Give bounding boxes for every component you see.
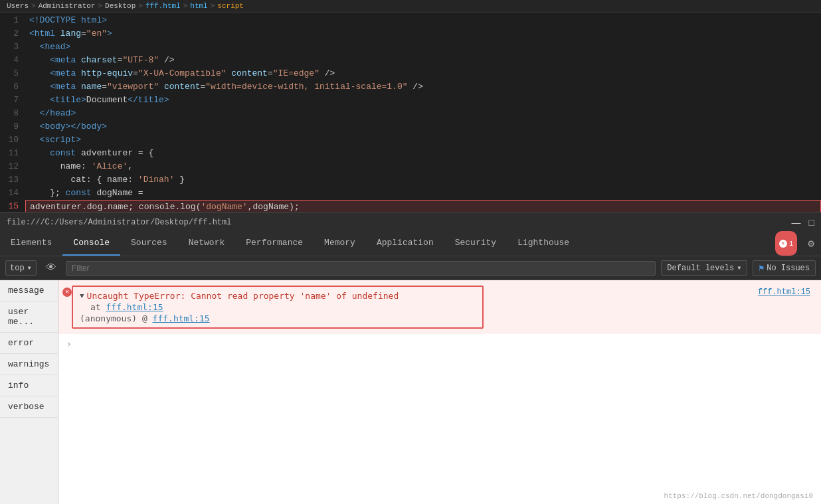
- tab-console[interactable]: Console: [62, 231, 120, 256]
- level-select[interactable]: Default levels ▾: [661, 260, 747, 276]
- filter-input[interactable]: [66, 261, 656, 276]
- tab-network[interactable]: Network: [178, 231, 236, 256]
- error-first-line: ▼ Uncaught TypeError: Cannot read proper…: [80, 291, 476, 301]
- error-at-line: at fff.html:15: [90, 302, 476, 312]
- console-toolbar: top ▾ 👁 Default levels ▾ ⚑ No Issues: [0, 256, 821, 280]
- breadcrumb: Users > Administrator > Desktop > fff.ht…: [0, 0, 821, 13]
- line-numbers: 12345 678910 1112131415 16: [0, 13, 25, 212]
- tab-elements[interactable]: Elements: [0, 231, 62, 256]
- eye-icon: 👁: [46, 262, 56, 274]
- tab-sources[interactable]: Sources: [120, 231, 178, 256]
- title-bar-controls: — □: [792, 217, 814, 228]
- error-at-file[interactable]: fff.html:15: [106, 302, 163, 312]
- eye-button[interactable]: 👁: [42, 259, 60, 278]
- tab-security[interactable]: Security: [444, 231, 507, 256]
- code-line: <body></body>: [25, 120, 821, 133]
- collapse-triangle[interactable]: ▼: [80, 292, 84, 300]
- settings-gear-button[interactable]: ⚙: [801, 231, 821, 256]
- at-label: at: [90, 302, 101, 312]
- error-count: 1: [789, 240, 794, 248]
- code-line: <meta charset="UTF-8" />: [25, 54, 821, 67]
- devtools-title-bar: file:///C:/Users/Administrator/Desktop/f…: [0, 212, 821, 231]
- tab-application[interactable]: Application: [366, 231, 444, 256]
- console-body: message user me... error warnings info v…: [0, 280, 821, 504]
- devtools-tabs: Elements Console Sources Network Perform…: [0, 231, 821, 256]
- context-label: top: [10, 264, 25, 273]
- error-badge[interactable]: ✕ 1: [775, 231, 798, 256]
- error-x-icon: ✕: [779, 240, 787, 248]
- error-message-text: Uncaught TypeError: Cannot read property…: [87, 291, 399, 301]
- anon-label: (anonymous) @: [80, 313, 147, 323]
- tab-memory[interactable]: Memory: [314, 231, 366, 256]
- maximize-button[interactable]: □: [809, 217, 814, 228]
- code-line: <script>: [25, 133, 821, 147]
- error-anon-file[interactable]: fff.html:15: [153, 313, 210, 323]
- code-line: <meta name="viewport" content="width=dev…: [25, 80, 821, 94]
- sidebar-item-error[interactable]: error: [0, 333, 58, 354]
- code-line: <head>: [25, 41, 821, 54]
- code-line: <meta http-equiv="X-UA-Compatible" conte…: [25, 67, 821, 80]
- code-line: cat: { name: 'Dinah' }: [25, 173, 821, 187]
- console-main[interactable]: ✕ ▼ Uncaught TypeError: Cannot read prop…: [58, 280, 821, 504]
- prompt-chevron[interactable]: ›: [66, 339, 72, 349]
- gear-icon: ⚙: [808, 237, 814, 250]
- attribution: https://blog.csdn.net/dongdongasi0: [664, 492, 813, 500]
- code-line: <title>Document</title>: [25, 94, 821, 107]
- error-box: ▼ Uncaught TypeError: Cannot read proper…: [72, 286, 484, 329]
- sidebar-item-info[interactable]: info: [0, 375, 58, 396]
- context-select[interactable]: top ▾: [5, 260, 37, 276]
- code-line: </head>: [25, 107, 821, 120]
- chevron-down-icon: ▾: [737, 263, 741, 273]
- sidebar-item-message[interactable]: message: [0, 280, 58, 301]
- tab-performance[interactable]: Performance: [235, 231, 314, 256]
- code-line: }; const dogName =: [25, 187, 821, 200]
- sidebar-item-verbose[interactable]: verbose: [0, 396, 58, 418]
- code-line: const adventurer = {: [25, 147, 821, 160]
- error-anon-line: (anonymous) @ fff.html:15: [80, 313, 476, 323]
- code-line: name: 'Alice',: [25, 160, 821, 173]
- console-sidebar: message user me... error warnings info v…: [0, 280, 58, 504]
- no-issues-button[interactable]: ⚑ No Issues: [753, 260, 816, 276]
- flag-icon: ⚑: [759, 263, 764, 274]
- minimize-button[interactable]: —: [792, 217, 801, 228]
- code-lines: 12345 678910 1112131415 16 <!DOCTYPE htm…: [0, 13, 821, 212]
- sidebar-item-warnings[interactable]: warnings: [0, 354, 58, 375]
- error-file-right[interactable]: fff.html:15: [758, 288, 810, 297]
- level-label: Default levels: [667, 264, 734, 273]
- chevron-down-icon: ▾: [27, 263, 32, 273]
- filter-input-wrap: [66, 261, 656, 276]
- no-issues-label: No Issues: [767, 264, 810, 273]
- code-editor: Users > Administrator > Desktop > fff.ht…: [0, 0, 821, 212]
- tab-lighthouse[interactable]: Lighthouse: [507, 231, 580, 256]
- code-line-highlighted: adventurer.dog.name; console.log('dogNam…: [25, 200, 821, 212]
- sidebar-item-user-messages[interactable]: user me...: [0, 301, 58, 333]
- code-content: <!DOCTYPE html> <html lang="en"> <head> …: [25, 13, 821, 212]
- code-line: <html lang="en">: [25, 27, 821, 41]
- error-entry: ✕ ▼ Uncaught TypeError: Cannot read prop…: [58, 280, 821, 334]
- error-circle-icon: ✕: [62, 288, 72, 297]
- title-bar-path: file:///C:/Users/Administrator/Desktop/f…: [7, 218, 231, 227]
- prompt-row: ›: [58, 334, 821, 355]
- code-line: <!DOCTYPE html>: [25, 14, 821, 27]
